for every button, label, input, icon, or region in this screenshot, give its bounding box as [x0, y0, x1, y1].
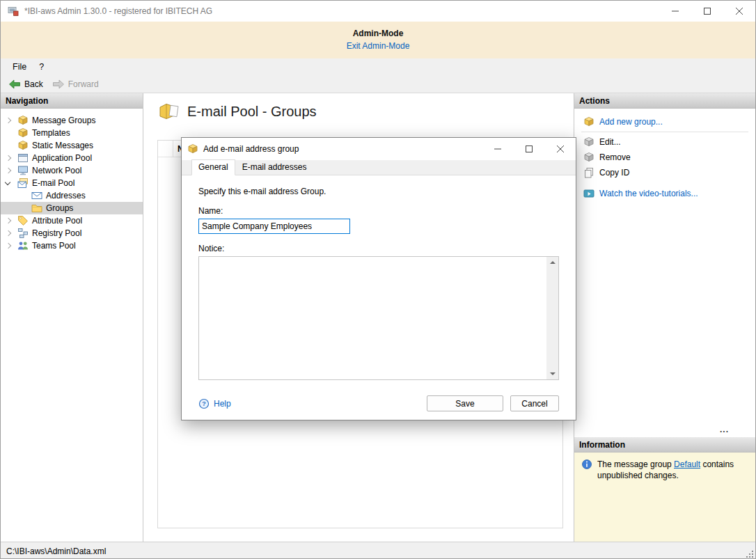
information-panel: The message group Default contains unpub…: [574, 452, 755, 542]
scroll-down-icon[interactable]: [546, 368, 558, 379]
forward-arrow-icon: [52, 79, 65, 89]
navigation-header: Navigation: [1, 93, 143, 109]
scroll-up-icon[interactable]: [546, 257, 558, 269]
separator: [581, 132, 748, 132]
templates-icon: [17, 127, 29, 139]
nav-item-templates[interactable]: Templates: [1, 127, 143, 139]
nav-item-label: Registry Pool: [32, 228, 81, 238]
dialog-close-button[interactable]: [544, 138, 576, 160]
remove-icon: [583, 152, 594, 163]
default-group-link[interactable]: Default: [674, 459, 700, 469]
action-label: Watch the video-tutorials...: [599, 189, 698, 198]
registry-pool-icon: [17, 228, 29, 239]
information-header: Information: [574, 437, 755, 452]
right-panel: Actions Add new group... Edit... Remove: [574, 93, 755, 542]
chevron-right-icon[interactable]: [3, 228, 13, 238]
nav-item-teams-pool[interactable]: Teams Pool: [1, 239, 143, 252]
action-remove[interactable]: Remove: [574, 150, 755, 165]
nav-item-addresses[interactable]: Addresses: [1, 189, 143, 202]
back-arrow-icon: [8, 79, 21, 89]
nav-item-application-pool[interactable]: Application Pool: [1, 152, 143, 164]
action-label: Copy ID: [599, 168, 629, 178]
window-controls: [659, 1, 755, 22]
information-text: The message group Default contains unpub…: [597, 459, 748, 535]
chevron-spacer: [3, 128, 13, 138]
statusbar: C:\IBI-aws\Admin\Data.xml: [1, 542, 755, 559]
nav-item-groups[interactable]: Groups: [1, 202, 143, 214]
actions-list: Add new group... Edit... Remove Copy ID: [574, 109, 755, 201]
admin-mode-title: Admin-Mode: [1, 29, 755, 38]
admin-mode-banner: Admin-Mode Exit Admin-Mode: [1, 22, 755, 58]
application-pool-icon: [17, 152, 29, 164]
tab-general[interactable]: General: [191, 159, 235, 175]
menu-help[interactable]: ?: [33, 60, 50, 74]
chevron-right-icon[interactable]: [3, 153, 13, 163]
email-groups-folder-icon: [159, 102, 180, 120]
right-panel-fill: [574, 201, 755, 427]
cancel-button[interactable]: Cancel: [510, 395, 559, 411]
add-group-icon: [583, 116, 594, 127]
action-watch-tutorials[interactable]: Watch the video-tutorials...: [574, 186, 755, 201]
notice-textarea[interactable]: [199, 257, 546, 379]
scrollbar[interactable]: [546, 257, 558, 379]
nav-item-network-pool[interactable]: Network Pool: [1, 164, 143, 177]
static-messages-icon: [17, 140, 29, 151]
action-copy-id[interactable]: Copy ID: [574, 165, 755, 180]
exit-admin-mode-link[interactable]: Exit Admin-Mode: [1, 41, 755, 51]
close-button[interactable]: [723, 1, 755, 22]
action-edit[interactable]: Edit...: [574, 134, 755, 150]
nav-item-label: Attribute Pool: [32, 216, 82, 226]
name-input[interactable]: [198, 219, 350, 234]
chevron-right-icon[interactable]: [3, 241, 13, 251]
dialog-tabstrip: General E-mail addresses: [182, 160, 576, 175]
actions-header: Actions: [574, 93, 755, 109]
help-link[interactable]: Help: [198, 398, 231, 409]
action-add-new-group[interactable]: Add new group...: [574, 114, 755, 129]
message-groups-icon: [17, 115, 29, 126]
chevron-right-icon[interactable]: [3, 116, 13, 125]
save-button[interactable]: Save: [427, 395, 503, 411]
nav-item-registry-pool[interactable]: Registry Pool: [1, 227, 143, 239]
copy-icon: [583, 167, 594, 178]
nav-item-label: Groups: [46, 203, 73, 213]
menubar: File ?: [1, 58, 755, 75]
titlebar: *IBI-aws Admin 1.30.0 - registered for I…: [1, 1, 755, 22]
dialog-footer: Help Save Cancel: [198, 395, 559, 420]
maximize-button[interactable]: [691, 1, 723, 22]
email-pool-icon: [17, 178, 29, 189]
page-title: E-mail Pool - Groups: [187, 104, 317, 120]
nav-item-email-pool[interactable]: E-mail Pool: [1, 177, 143, 189]
groups-icon: [31, 203, 42, 214]
dialog-maximize-button[interactable]: [513, 138, 544, 160]
nav-item-message-groups[interactable]: Message Groups: [1, 114, 143, 127]
nav-item-attribute-pool[interactable]: Attribute Pool: [1, 214, 143, 227]
tab-email-addresses[interactable]: E-mail addresses: [235, 159, 314, 175]
back-button[interactable]: Back: [5, 78, 49, 90]
attribute-pool-icon: [17, 215, 29, 226]
chevron-right-icon[interactable]: [3, 216, 13, 226]
chevron-right-icon[interactable]: [3, 166, 13, 175]
splitter-handle[interactable]: ...: [574, 427, 755, 437]
spacer: [574, 180, 755, 186]
nav-item-label: E-mail Pool: [32, 178, 74, 188]
menu-file[interactable]: File: [6, 60, 33, 74]
action-label: Remove: [599, 152, 631, 162]
addresses-icon: [31, 190, 42, 201]
forward-button[interactable]: Forward: [49, 78, 104, 90]
dialog-minimize-button[interactable]: [482, 138, 513, 160]
nav-item-label: Addresses: [46, 191, 86, 200]
app-window: *IBI-aws Admin 1.30.0 - registered for I…: [0, 0, 756, 559]
info-icon: [581, 459, 592, 470]
network-pool-icon: [17, 165, 29, 176]
resize-grip[interactable]: [745, 549, 753, 558]
statusbar-path: C:\IBI-aws\Admin\Data.xml: [6, 546, 106, 556]
dialog-window-controls: [482, 138, 576, 160]
dialog-description: Specify this e-mail address Group.: [198, 187, 559, 196]
back-label: Back: [24, 79, 43, 89]
chevron-spacer: [17, 191, 27, 200]
minimize-button[interactable]: [659, 1, 691, 22]
chevron-down-icon[interactable]: [3, 178, 13, 188]
help-icon: [198, 398, 210, 409]
nav-item-label: Application Pool: [32, 153, 92, 163]
nav-item-static-messages[interactable]: Static Messages: [1, 139, 143, 152]
